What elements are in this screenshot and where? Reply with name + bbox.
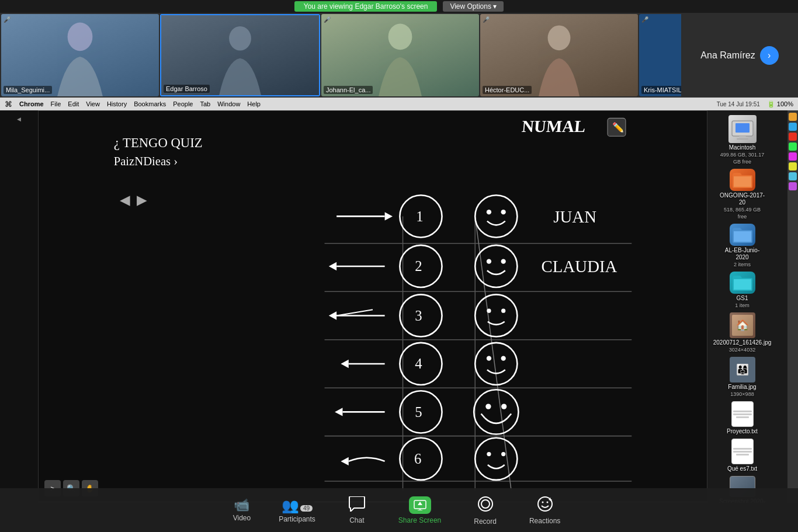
history-menu[interactable]: History: [107, 100, 127, 107]
desktop-icon-proyecto[interactable]: Proyecto.txt: [719, 401, 766, 435]
edit-menu[interactable]: Edit: [68, 100, 79, 107]
dock-app-4[interactable]: [789, 142, 797, 151]
svg-point-59: [475, 438, 517, 480]
participants-row: 🎤 Mila_Seguimi... Edgar Barroso 🎤 Johann…: [0, 13, 798, 98]
desktop-icon-ongoing[interactable]: ONGOING-2017-20518, 865.49 GB free: [719, 169, 766, 220]
dock-app-3[interactable]: [789, 133, 797, 141]
help-menu[interactable]: Help: [247, 100, 261, 107]
mac-menubar: ⌘ Chrome File Edit View History Bookmark…: [0, 98, 798, 110]
participant-thumb-johann[interactable]: 🎤 Johann-El_ca...: [321, 14, 479, 96]
reactions-button[interactable]: + Reactions: [513, 491, 577, 530]
svg-text:1: 1: [416, 208, 423, 224]
svg-point-29: [487, 259, 491, 264]
participants-label: Participants: [279, 515, 315, 523]
participants-button[interactable]: 👥49 Participants: [262, 493, 332, 528]
dock-app-1[interactable]: [789, 113, 797, 121]
file-menu[interactable]: File: [51, 100, 61, 107]
svg-text:2: 2: [415, 258, 422, 274]
ana-next-button[interactable]: ›: [760, 46, 779, 65]
dock-app-5[interactable]: [789, 152, 797, 161]
svg-text:4: 4: [415, 356, 422, 371]
svg-point-1: [229, 26, 251, 51]
svg-text:CLAUDIA: CLAUDIA: [542, 257, 617, 276]
svg-text:◀: ◀: [120, 192, 130, 207]
svg-text:¿ TENGO QUIZ: ¿ TENGO QUIZ: [114, 135, 203, 150]
svg-point-53: [501, 404, 506, 409]
video-button[interactable]: 📹 Video: [221, 494, 262, 527]
desktop-sidebar: Macintosh499.86 GB, 301.17 GB free ONGOI…: [697, 110, 787, 503]
reactions-label: Reactions: [529, 517, 560, 525]
view-menu[interactable]: View: [86, 100, 100, 107]
participant-thumb-edgar[interactable]: Edgar Barroso: [160, 14, 320, 96]
chat-label: Chat: [349, 516, 364, 524]
svg-point-60: [487, 452, 491, 456]
desktop-icon-familia[interactable]: 👨‍👩‍👧 Familia.jpg1390×988: [719, 357, 766, 398]
svg-point-30: [501, 259, 506, 264]
macintosh-label: Macintosh499.86 GB, 301.17 GB free: [719, 144, 766, 165]
bookmarks-menu[interactable]: Bookmarks: [134, 100, 166, 107]
svg-point-20: [475, 195, 517, 237]
participant-name-edgar: Edgar Barroso: [164, 85, 210, 93]
svg-marker-17: [385, 212, 393, 220]
dock-app-8[interactable]: [789, 182, 797, 190]
svg-text:5: 5: [415, 404, 422, 420]
chrome-menu[interactable]: Chrome: [19, 100, 44, 107]
participant-name-4: Héctor-EDUC...: [483, 86, 532, 94]
svg-text:6: 6: [414, 451, 421, 467]
svg-rect-69: [737, 138, 748, 140]
svg-marker-48: [335, 408, 342, 416]
svg-text:3: 3: [415, 308, 422, 324]
svg-rect-68: [739, 136, 746, 138]
desktop-icon-macintosh[interactable]: Macintosh499.86 GB, 301.17 GB free: [719, 115, 766, 165]
battery-icon: 🔋 100%: [767, 100, 793, 108]
dock-app-2[interactable]: [789, 123, 797, 131]
dock-app-7[interactable]: [789, 172, 797, 180]
window-menu[interactable]: Window: [217, 100, 240, 107]
ongoing-label: ONGOING-2017-20518, 865.49 GB free: [719, 192, 766, 220]
svg-text:JUAN: JUAN: [553, 207, 596, 226]
people-menu[interactable]: People: [173, 100, 193, 107]
svg-marker-56: [341, 457, 348, 465]
svg-marker-25: [329, 262, 336, 270]
svg-rect-67: [735, 123, 750, 133]
screen-share-notice: You are viewing Edgar Barroso's screen: [294, 1, 438, 12]
svg-point-3: [548, 25, 571, 50]
reactions-icon: +: [536, 496, 554, 514]
view-options-button[interactable]: View Options ▾: [443, 1, 504, 12]
participant-thumb[interactable]: 🎤 Mila_Seguimi...: [1, 14, 159, 96]
shared-screen: NUMAL ¿ TENGO QUIZ PaizNDieas › 1 JUAN 2: [38, 110, 707, 503]
chat-button[interactable]: Chat: [332, 492, 382, 529]
participants-icon: 👥49: [282, 498, 313, 513]
share-screen-label: Share Screen: [398, 516, 441, 524]
notification-bar: You are viewing Edgar Barroso's screen V…: [0, 0, 798, 13]
tab-menu[interactable]: Tab: [200, 100, 210, 107]
share-screen-button[interactable]: Share Screen: [382, 492, 457, 529]
svg-point-45: [487, 356, 491, 361]
svg-point-51: [474, 390, 518, 434]
desktop-icon-gs1[interactable]: GS11 item: [719, 272, 766, 309]
record-button[interactable]: Record: [457, 491, 513, 530]
svg-line-33: [336, 310, 373, 315]
left-strip-label: ◀: [17, 116, 21, 122]
svg-line-55: [508, 413, 511, 418]
right-dock: [787, 110, 798, 503]
mute-icon: 🎤: [4, 16, 11, 23]
svg-point-61: [501, 452, 505, 456]
desktop-icon-photo1[interactable]: 🏠 20200712_161426.jpg3024×4032: [719, 312, 766, 353]
svg-marker-41: [341, 360, 348, 368]
svg-point-37: [475, 294, 517, 336]
desktop-icon-quees7[interactable]: Qué es7.txt: [719, 439, 766, 472]
aleb-label: AL-EB-Junio-20202 items: [719, 247, 766, 268]
dock-app-6[interactable]: [789, 162, 797, 171]
participant-name: Mila_Seguimi...: [4, 86, 52, 94]
zoom-toolbar: 📹 Video 👥49 Participants Chat Share Scre…: [0, 488, 798, 532]
apple-menu[interactable]: ⌘: [5, 100, 12, 109]
svg-marker-34: [329, 311, 336, 319]
mute-icon-5: 🎤: [641, 16, 648, 23]
svg-point-38: [487, 309, 491, 313]
video-label: Video: [233, 514, 251, 522]
svg-point-77: [542, 501, 543, 503]
photo1-label: 20200712_161426.jpg3024×4032: [713, 339, 772, 353]
desktop-icon-aleb[interactable]: AL-EB-Junio-20202 items: [719, 224, 766, 268]
participant-thumb-hector[interactable]: 🎤 Héctor-EDUC...: [480, 14, 638, 96]
